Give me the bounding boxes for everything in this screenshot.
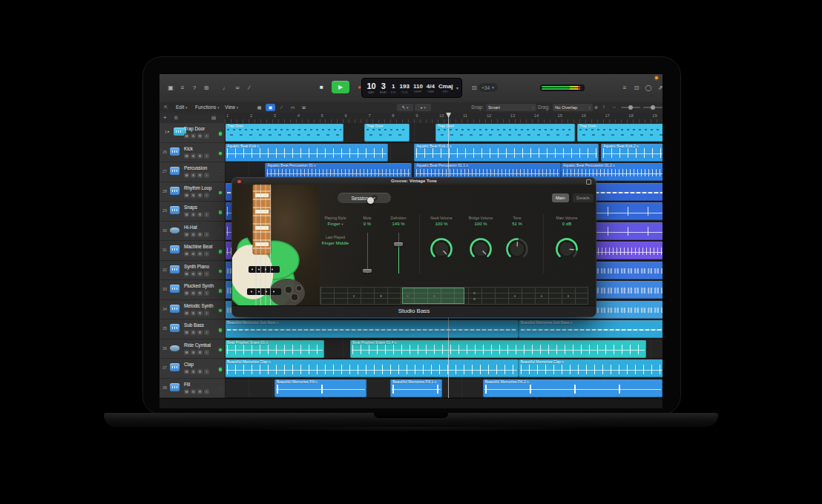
track-header-plucked-synth[interactable]: 33Plucked SynthMSRI bbox=[160, 280, 225, 300]
count-badge[interactable]: +34 ▼ bbox=[479, 83, 498, 92]
catch-playhead-icon[interactable]: ⊕ bbox=[594, 105, 598, 110]
track-header-kick[interactable]: 26KickMSRI bbox=[160, 143, 225, 163]
time-signature[interactable]: 4/4 bbox=[427, 83, 435, 90]
input-monitor-button[interactable]: I bbox=[204, 291, 209, 296]
track-header-rhythm-loop[interactable]: 28Rhythm LoopMSRI bbox=[160, 182, 225, 202]
list-editors-icon[interactable]: ≡ bbox=[619, 83, 630, 93]
record-enable-button[interactable]: R bbox=[197, 330, 203, 335]
record-enable-button[interactable]: R bbox=[197, 350, 203, 355]
mute-button[interactable]: M bbox=[184, 350, 189, 355]
record-enable-button[interactable]: R bbox=[197, 153, 203, 159]
region[interactable]: Beautiful Memories Sub Bass↻ bbox=[225, 320, 519, 338]
tempo-value[interactable]: 110 bbox=[413, 83, 423, 90]
mute-button[interactable]: M bbox=[184, 311, 189, 316]
mute-button[interactable]: M bbox=[184, 251, 189, 256]
record-enable-button[interactable]: R bbox=[197, 311, 203, 316]
plugin-window[interactable]: Groove: Vintage Tone bbox=[232, 178, 596, 316]
region[interactable]: Trap Door bbox=[577, 124, 662, 142]
close-icon[interactable] bbox=[237, 180, 241, 184]
input-monitor-button[interactable]: I bbox=[204, 311, 209, 316]
mute-button[interactable]: M bbox=[184, 389, 189, 394]
solo-button[interactable]: S bbox=[191, 271, 196, 276]
preset-selector[interactable]: Session ▾ bbox=[338, 193, 391, 203]
share-icon[interactable]: ⇗ bbox=[655, 83, 662, 93]
mute-button[interactable]: M bbox=[184, 173, 189, 178]
input-monitor-button[interactable]: I bbox=[204, 389, 209, 394]
mute-button[interactable]: M bbox=[184, 212, 189, 217]
add-track-button[interactable]: + bbox=[163, 114, 167, 121]
slider-definition[interactable] bbox=[393, 233, 404, 273]
track-header-percussion[interactable]: 27PercussionMSRI bbox=[160, 162, 225, 182]
track-header-ride-cymbal[interactable]: 36Ride CymbalMSRI bbox=[160, 339, 225, 359]
region[interactable]: Beautiful Memories Clap↻ bbox=[519, 359, 662, 377]
region[interactable]: Aquatic Beat Kick.1↻ bbox=[414, 144, 599, 162]
fretboard-display[interactable] bbox=[320, 287, 588, 305]
track-header-synth-piano[interactable]: 32Synth PianoMSRI bbox=[160, 261, 225, 281]
browsers-icon[interactable]: ⊡ bbox=[631, 83, 642, 93]
region[interactable]: Beautiful Memories Fill.2↻ bbox=[483, 379, 662, 397]
pointer-tool-selector[interactable]: ↖ ▾ bbox=[397, 104, 413, 111]
solo-button[interactable]: S bbox=[191, 153, 196, 159]
track-lane-clap[interactable]: Beautiful Memories Clap↻Beautiful Memori… bbox=[225, 359, 662, 379]
mute-button[interactable]: M bbox=[184, 193, 189, 198]
tab-main[interactable]: Main bbox=[552, 193, 569, 202]
input-monitor-button[interactable]: I bbox=[204, 232, 209, 237]
menu-view[interactable]: View ▾ bbox=[225, 105, 238, 110]
region[interactable]: Aquatic Beat Kick.2↻ bbox=[601, 144, 662, 162]
horizontal-zoom-slider[interactable] bbox=[643, 107, 662, 108]
solo-button[interactable]: S bbox=[191, 193, 196, 198]
record-enable-button[interactable]: R bbox=[197, 291, 203, 296]
record-enable-button[interactable]: R bbox=[197, 232, 203, 237]
track-header-sub-bass[interactable]: 35Sub BassMSRI bbox=[160, 319, 225, 339]
track-header-fill[interactable]: 38FillMSRI bbox=[160, 379, 225, 399]
drag-mode-selector[interactable]: No Overlap↕ bbox=[553, 104, 593, 111]
fret-position-handle[interactable] bbox=[367, 197, 374, 204]
play-button[interactable]: ▶ bbox=[332, 81, 349, 93]
solo-button[interactable]: S bbox=[191, 330, 196, 335]
input-monitor-button[interactable]: I bbox=[204, 193, 209, 198]
solo-button[interactable]: S bbox=[191, 389, 196, 394]
track-lane-ride-cymbal[interactable]: Beat Prophet Snare 01↻Beat Prophet Snare… bbox=[225, 339, 662, 359]
toolbar-toggle-icon[interactable]: ⊞ bbox=[201, 83, 211, 93]
menu-functions[interactable]: Functions ▾ bbox=[195, 105, 220, 110]
record-enable-button[interactable]: R bbox=[197, 193, 203, 198]
lcd-chevron-icon[interactable]: ▾ bbox=[456, 85, 458, 90]
record-enable-button[interactable]: R bbox=[197, 173, 203, 178]
track-lane-sub-bass[interactable]: Beautiful Memories Sub Bass↻Beautiful Me… bbox=[225, 319, 662, 339]
metronome-icon[interactable]: ♩ bbox=[220, 83, 231, 93]
region[interactable]: Trap Door bbox=[435, 124, 575, 142]
pencil-icon[interactable]: ∕ bbox=[244, 83, 254, 93]
track-lane-trap-door[interactable]: Trap DoorTrap DoorTrap DoorTrap Door bbox=[225, 123, 662, 143]
mute-button[interactable]: M bbox=[184, 291, 189, 296]
grid-view-icon[interactable]: ▦ bbox=[254, 104, 264, 111]
input-monitor-button[interactable]: I bbox=[204, 369, 209, 374]
mute-button[interactable]: M bbox=[184, 153, 189, 159]
record-enable-button[interactable]: R bbox=[197, 271, 203, 276]
solo-button[interactable]: S bbox=[191, 350, 196, 355]
mute-button[interactable]: M bbox=[184, 133, 189, 139]
region[interactable]: Beautiful Memories Clap↻ bbox=[225, 359, 519, 377]
track-header-clap[interactable]: 37ClapMSRI bbox=[160, 359, 225, 379]
marquee-icon[interactable]: ▭ bbox=[288, 104, 297, 111]
knob-tone[interactable] bbox=[504, 236, 530, 262]
auto-zoom-icon[interactable]: ↔ bbox=[612, 105, 616, 109]
region[interactable]: Trap Door bbox=[364, 124, 410, 142]
record-enable-button[interactable]: R bbox=[197, 212, 203, 217]
region[interactable]: Beautiful Memories Fill.1↻ bbox=[390, 379, 442, 397]
solo-button[interactable]: S bbox=[191, 369, 196, 374]
secondary-tool-selector[interactable]: + ▾ bbox=[415, 104, 431, 111]
input-monitor-button[interactable]: I bbox=[204, 271, 209, 276]
mute-button[interactable]: M bbox=[184, 232, 189, 237]
regions-view-icon[interactable]: ▣ bbox=[266, 104, 275, 111]
loop-browser-icon[interactable]: ◯ bbox=[643, 83, 654, 93]
stop-button[interactable]: ■ bbox=[315, 81, 328, 93]
nav-back-icon[interactable]: ⇱ bbox=[164, 105, 168, 110]
track-lane-kick[interactable]: Aquatic Beat Kick↻Aquatic Beat Kick.1↻Aq… bbox=[225, 143, 662, 163]
cpu-meter-icon[interactable]: ⊡ bbox=[469, 83, 479, 93]
patterns-icon[interactable]: ⊞ bbox=[299, 104, 309, 111]
quick-help-icon[interactable]: ? bbox=[189, 83, 200, 93]
region[interactable]: Beat Prophet Snare 01.4↻ bbox=[350, 340, 646, 358]
header-options-icon[interactable]: ▤ bbox=[211, 115, 216, 121]
text-tool-icon[interactable]: I bbox=[603, 105, 605, 109]
track-lane-fill[interactable]: Beautiful Memories Fill↻Beautiful Memori… bbox=[225, 379, 662, 399]
